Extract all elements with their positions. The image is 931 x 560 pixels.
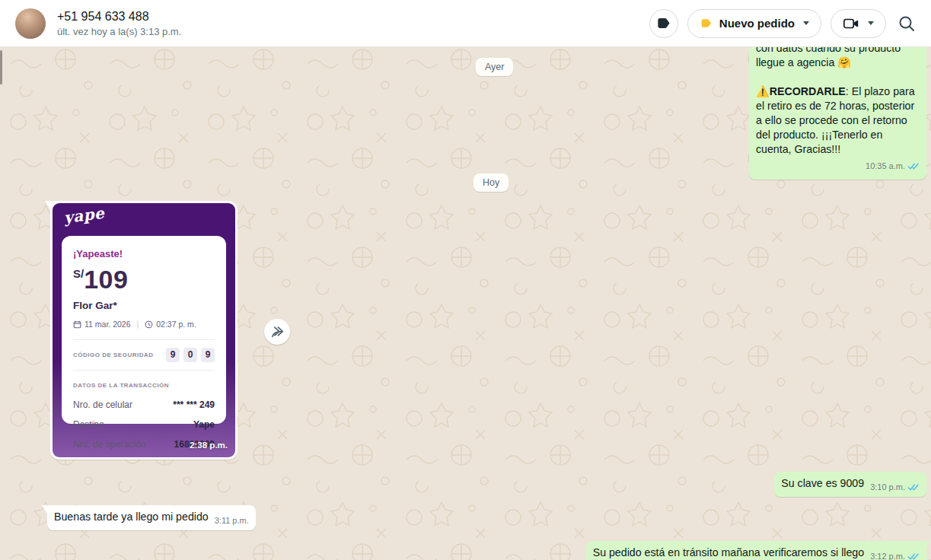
message-text: Su clave es 9009 xyxy=(781,476,864,491)
message-time: 3:11 p.m. xyxy=(215,514,249,528)
message-bubble-yape-receipt[interactable]: yape ¡Yapeaste! S/109 Flor Gar* 11 mar. … xyxy=(50,201,238,460)
search-icon xyxy=(898,14,916,33)
row-value: *** *** 249 xyxy=(173,398,215,412)
message-text: Su pedido está en tránsito mañana verifi… xyxy=(593,546,864,560)
video-call-icon xyxy=(843,15,859,32)
message-time: 2:38 p.m. xyxy=(190,438,228,453)
search-button[interactable] xyxy=(895,9,918,38)
last-seen-status: últ. vez hoy a la(s) 3:13 p.m. xyxy=(57,25,181,38)
forward-icon xyxy=(269,324,285,339)
read-receipt-icon xyxy=(907,552,920,560)
contact-info[interactable]: +51 954 633 488 últ. vez hoy a la(s) 3:1… xyxy=(57,9,181,38)
bubble-tail xyxy=(926,541,930,550)
contact-name: +51 954 633 488 xyxy=(57,9,181,24)
transaction-row: Destino Yape xyxy=(73,418,215,432)
security-code-label: CÓDIGO DE SEGURIDAD xyxy=(73,348,154,362)
calendar-icon xyxy=(73,320,81,329)
date-divider-label: Hoy xyxy=(483,177,499,188)
chat-header: +51 954 633 488 últ. vez hoy a la(s) 3:1… xyxy=(0,0,931,47)
transaction-time: 02:37 p. m. xyxy=(156,317,196,332)
message-time: 10:35 a.m. xyxy=(866,159,905,173)
code-digit: 0 xyxy=(183,348,197,362)
chevron-down-icon xyxy=(868,21,874,25)
transaction-datetime: 11 mar. 2026 | 02:37 p. m. xyxy=(73,317,215,332)
order-label-text: Nuevo pedido xyxy=(719,17,795,30)
forward-message-button[interactable] xyxy=(264,319,290,345)
bubble-tail xyxy=(45,201,50,210)
message-text-paragraph: ⚠️RECORDARLE: El plazo para el retiro es… xyxy=(756,84,920,157)
chat-panel: Ayer Hoy con datos cuándo su producto ll… xyxy=(0,0,931,560)
security-code-row: CÓDIGO DE SEGURIDAD 9 0 9 xyxy=(73,348,215,362)
security-code-digits: 9 0 9 xyxy=(166,348,215,362)
bubble-tail xyxy=(42,505,47,514)
date-divider-today: Hoy xyxy=(473,173,509,192)
message-time: 3:10 p.m. xyxy=(870,480,905,495)
message-text: Buenas tarde ya llego mi pedido xyxy=(54,510,209,524)
row-label: Nro. de celular xyxy=(73,398,132,412)
message-time: 3:12 p.m. xyxy=(870,549,905,560)
message-bubble-key[interactable]: Su clave es 9009 3:10 p.m. xyxy=(774,472,926,497)
date-divider-yesterday: Ayer xyxy=(476,58,513,76)
label-button[interactable] xyxy=(649,9,678,38)
row-label: Nro. de operación xyxy=(73,438,145,452)
message-bubble-transit[interactable]: Su pedido está en tránsito mañana verifi… xyxy=(586,541,926,560)
warning-icon: ⚠️ xyxy=(756,85,770,97)
label-icon xyxy=(655,15,671,31)
separator: | xyxy=(137,317,139,332)
currency-symbol: S/ xyxy=(73,267,84,280)
yape-logo: yape xyxy=(63,206,105,225)
transaction-data-label: DATOS DE LA TRANSACCIÓN xyxy=(73,378,215,393)
read-receipt-icon xyxy=(907,162,920,170)
amount-value: 109 xyxy=(84,265,128,294)
row-value: Yape xyxy=(193,418,215,432)
message-text-line: llegue a agencia 🤗 xyxy=(756,56,920,70)
yape-amount: S/109 xyxy=(73,266,215,292)
code-digit: 9 xyxy=(166,348,180,362)
message-bold-text: RECORDARLE xyxy=(770,85,846,97)
date-divider-label: Ayer xyxy=(485,62,504,72)
clock-icon xyxy=(145,320,153,329)
message-bubble-reminder[interactable]: con datos cuándo su producto llegue a ag… xyxy=(749,37,926,180)
yape-receipt-card: ¡Yapeaste! S/109 Flor Gar* 11 mar. 2026 … xyxy=(62,236,226,424)
order-label-dropdown[interactable]: Nuevo pedido xyxy=(687,9,821,38)
transaction-row: Nro. de celular *** *** 249 xyxy=(73,398,215,412)
scrollbar-thumb[interactable] xyxy=(0,50,2,84)
message-bubble-customer[interactable]: Buenas tarde ya llego mi pedido 3:11 p.m… xyxy=(47,505,256,530)
video-call-dropdown[interactable] xyxy=(831,9,886,38)
contact-avatar[interactable] xyxy=(15,8,46,39)
yape-title: ¡Yapeaste! xyxy=(73,247,215,261)
payee-name: Flor Gar* xyxy=(73,298,215,313)
order-tag-icon xyxy=(700,17,713,30)
yape-receipt-image[interactable]: yape ¡Yapeaste! S/109 Flor Gar* 11 mar. … xyxy=(53,203,235,457)
transaction-date: 11 mar. 2026 xyxy=(84,317,131,332)
read-receipt-icon xyxy=(907,483,920,492)
code-digit: 9 xyxy=(201,348,215,362)
chevron-down-icon xyxy=(803,21,809,25)
row-label: Destino xyxy=(73,418,104,432)
